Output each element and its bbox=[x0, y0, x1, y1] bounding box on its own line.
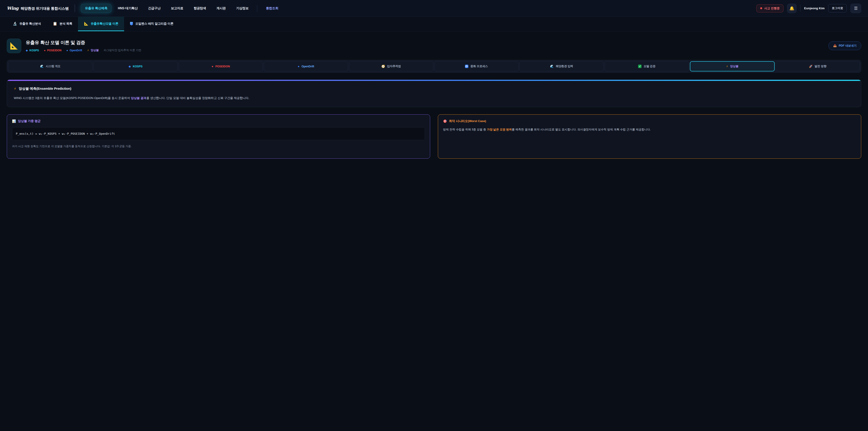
pdf-export-button[interactable]: 📤 PDF 내보내기 bbox=[829, 41, 861, 50]
weighted-average-card: 📊 앙상블 가중 평균 P_ens(x,t) = w₁·P_KOSPS + w₂… bbox=[7, 114, 430, 159]
tab-1[interactable]: 📋분석 목록 bbox=[47, 17, 78, 31]
ensemble-panel: ⚡ 앙상블 예측(Ensemble Prediction) WING 시스템은 … bbox=[7, 80, 861, 107]
bell-icon: 🔔 bbox=[789, 6, 794, 10]
worst-body-highlight: 가장 넓은 오염 범위 bbox=[487, 128, 512, 131]
tab-3[interactable]: 오일펜스 배치 알고리즘 이론 bbox=[124, 17, 179, 31]
weighted-card-caption: 과거 사고 재현 정확도 기반으로 각 모델별 가중치를 동적으로 산정합니다.… bbox=[12, 144, 425, 149]
tab-0[interactable]: 🔬유출유 확산분석 bbox=[7, 17, 47, 31]
page-head: 📐 유출유 확산 모델 이론 및 검증 ◆KOSPS●POSEIDON●Open… bbox=[7, 39, 861, 53]
section-nav-7[interactable]: ✓모델 검증 bbox=[604, 61, 689, 71]
nav-item-6[interactable]: 기상정보 bbox=[232, 4, 253, 13]
app-logo: Wing bbox=[7, 6, 18, 11]
menu-button[interactable]: ☰ bbox=[850, 4, 861, 13]
worst-case-card: 🎯 최악 시나리오(Worst Case) 방제 전략 수립을 위해 3종 모델… bbox=[438, 114, 861, 159]
page-title: 유출유 확산 모델 이론 및 검증 bbox=[26, 39, 829, 45]
worst-card-title-label: 최악 시나리오(Worst Case) bbox=[449, 119, 486, 123]
app-title: 해양환경 위기대응 통합시스템 bbox=[21, 6, 68, 11]
tab-label: 유출유 확산분석 bbox=[20, 22, 41, 26]
worst-card-title: 🎯 최악 시나리오(Worst Case) bbox=[443, 119, 856, 123]
chart-icon: 📊 bbox=[12, 120, 16, 123]
check-icon: ✓ bbox=[638, 65, 642, 68]
page-subtitle: 라그랑지안 입자추적 이론 기반 bbox=[104, 49, 141, 52]
ensemble-desc-pre: WING 시스템은 3종의 유출유 확산 모델(KOSPS·POSEIDON·O… bbox=[14, 96, 131, 100]
status-badge-label: 사고 진행중 bbox=[764, 6, 780, 10]
section-nav-9[interactable]: 🚀발전 방향 bbox=[776, 61, 860, 71]
section-nav-label: POSEIDON bbox=[215, 65, 230, 68]
worst-body-post: 를 예측한 결과를 최악 시나리오로 별도 표시합니다. 의사결정자에게 보수적… bbox=[512, 128, 651, 131]
circle-red-icon: ● bbox=[44, 49, 45, 52]
compass-icon: 🧭 bbox=[381, 65, 385, 68]
app-brand[interactable]: Wing 해양환경 위기대응 통합시스템 bbox=[7, 6, 69, 11]
nav-item-4[interactable]: 항공탐색 bbox=[190, 4, 210, 13]
main-nav: 유출유 확산예측HNS·대기확산긴급구난보고자료항공탐색게시판기상정보통합조회 bbox=[81, 4, 756, 13]
diamond-icon: ◆ bbox=[129, 65, 131, 68]
status-dot-icon bbox=[760, 7, 762, 9]
model-badge-row: ◆KOSPS●POSEIDON●OpenDrift⚡앙상블라그랑지안 입자추적 … bbox=[26, 49, 829, 52]
pdf-export-label: PDF 내보내기 bbox=[839, 44, 857, 48]
page-icon-box: 📐 bbox=[7, 39, 21, 53]
shield-icon bbox=[130, 22, 133, 26]
ensemble-description: WING 시스템은 3종의 유출유 확산 모델(KOSPS·POSEIDON·O… bbox=[14, 96, 854, 100]
model-badge-opendrift: ●OpenDrift bbox=[66, 49, 82, 52]
ruler-icon: 📐 bbox=[84, 22, 88, 26]
bolt-icon: ⚡ bbox=[87, 49, 89, 52]
section-nav-1[interactable]: ◆KOSPS bbox=[93, 61, 178, 71]
model-badge-label: KOSPS bbox=[29, 49, 39, 52]
hamburger-icon: ☰ bbox=[854, 6, 858, 10]
tab-label: 분석 목록 bbox=[59, 22, 72, 26]
nav-item-0[interactable]: 유출유 확산예측 bbox=[81, 4, 112, 13]
microscope-icon: 🔬 bbox=[13, 22, 17, 26]
clipboard-icon: 📋 bbox=[53, 22, 57, 26]
section-nav-label: 풍화 프로세스 bbox=[470, 64, 488, 68]
section-nav-5[interactable]: ⟳풍화 프로세스 bbox=[434, 61, 519, 71]
ensemble-formula: P_ens(x,t) = w₁·P_KOSPS + w₂·P_POSEIDON … bbox=[12, 127, 425, 140]
bolt-icon: ⚡ bbox=[14, 87, 16, 91]
tab-label: 유출유확산모델 이론 bbox=[91, 22, 118, 26]
section-nav-4[interactable]: 🧭입자추적법 bbox=[349, 61, 433, 71]
nav-item-2[interactable]: 긴급구난 bbox=[144, 4, 164, 13]
section-nav-label: KOSPS bbox=[133, 65, 143, 68]
section-nav-label: 앙상블 bbox=[730, 64, 739, 68]
tab-2[interactable]: 📐유출유확산모델 이론 bbox=[78, 17, 124, 31]
section-nav-6[interactable]: 🌊해양환경 입력 bbox=[520, 61, 604, 71]
worst-card-body: 방제 전략 수립을 위해 3종 모델 중 가장 넓은 오염 범위를 예측한 결과… bbox=[443, 127, 856, 132]
section-nav-2[interactable]: ●POSEIDON bbox=[179, 61, 263, 71]
section-nav-label: 해양환경 입력 bbox=[556, 64, 573, 68]
circle-blue-icon: ● bbox=[298, 65, 300, 68]
nav-item-7[interactable]: 통합조회 bbox=[262, 4, 282, 13]
main-content: 📐 유출유 확산 모델 이론 및 검증 ◆KOSPS●POSEIDON●Open… bbox=[0, 39, 868, 159]
nav-item-5[interactable]: 게시판 bbox=[213, 4, 230, 13]
user-name: Eunjeong Kim bbox=[804, 6, 825, 10]
section-nav: 🌊시스템 개요◆KOSPS●POSEIDON●OpenDrift🧭입자추적법⟳풍… bbox=[7, 60, 861, 73]
wave-icon: 🌊 bbox=[550, 65, 554, 68]
wave-icon: 🌊 bbox=[40, 65, 44, 68]
weighted-card-title: 📊 앙상블 가중 평균 bbox=[12, 119, 425, 123]
section-nav-label: 입자추적법 bbox=[387, 64, 401, 68]
tab-label: 오일펜스 배치 알고리즘 이론 bbox=[135, 22, 174, 26]
section-nav-0[interactable]: 🌊시스템 개요 bbox=[8, 61, 92, 71]
nav-item-1[interactable]: HNS·대기확산 bbox=[114, 4, 142, 13]
incident-status-badge: 사고 진행중 bbox=[756, 4, 784, 12]
section-nav-8[interactable]: ⚡앙상블 bbox=[690, 61, 775, 71]
ruler-icon: 📐 bbox=[10, 42, 18, 49]
model-badge-kosps: ◆KOSPS bbox=[26, 49, 39, 52]
rocket-icon: 🚀 bbox=[809, 65, 813, 68]
ensemble-heading-label: 앙상블 예측(Ensemble Prediction) bbox=[19, 87, 71, 91]
circle-red-icon: ● bbox=[212, 65, 213, 68]
weighted-card-title-label: 앙상블 가중 평균 bbox=[18, 119, 40, 123]
section-nav-label: 모델 검증 bbox=[644, 64, 655, 68]
section-nav-3[interactable]: ●OpenDrift bbox=[264, 61, 348, 71]
model-badge-label: POSEIDON bbox=[47, 49, 61, 52]
circle-blue-icon: ● bbox=[66, 49, 68, 52]
logout-button[interactable]: 로그아웃 bbox=[828, 4, 847, 12]
diamond-icon: ◆ bbox=[26, 49, 28, 52]
notifications-button[interactable]: 🔔 bbox=[787, 4, 797, 13]
bolt-icon: ⚡ bbox=[726, 65, 728, 68]
model-badge-앙상블: ⚡앙상블 bbox=[87, 49, 98, 52]
top-bar: Wing 해양환경 위기대응 통합시스템 유출유 확산예측HNS·대기확산긴급구… bbox=[0, 0, 868, 17]
target-icon: 🎯 bbox=[443, 120, 447, 123]
nav-item-3[interactable]: 보고자료 bbox=[167, 4, 187, 13]
model-badge-poseidon: ●POSEIDON bbox=[44, 49, 61, 52]
ensemble-heading: ⚡ 앙상블 예측(Ensemble Prediction) bbox=[14, 87, 854, 91]
cycle-icon: ⟳ bbox=[465, 65, 468, 68]
